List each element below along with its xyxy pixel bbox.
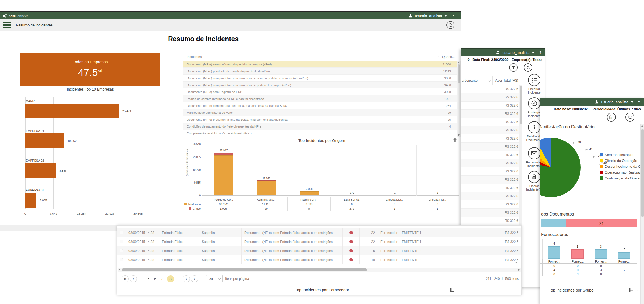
incidents-scrollbar[interactable] (457, 61, 461, 137)
valor-row[interactable]: R$ 322.6 (461, 159, 519, 167)
column-valor-total[interactable]: Valor Total (R$) (495, 78, 518, 82)
refresh-button[interactable] (625, 113, 634, 122)
bar-critico[interactable] (385, 195, 404, 195)
help-button[interactable]: ? (539, 50, 541, 55)
values-table-header[interactable]: articipante Valor Total (R$) (461, 76, 523, 85)
scroll-thumb[interactable] (520, 86, 522, 124)
calendar-button[interactable]: 31 (607, 113, 616, 122)
user-menu[interactable]: usuario_analista ? (408, 14, 454, 18)
bar-critico[interactable] (257, 180, 276, 181)
pie-legend-item[interactable]: Operação não Realizada (600, 169, 644, 175)
bar[interactable] (571, 249, 584, 259)
valor-row[interactable]: R$ 322.6 (461, 184, 519, 192)
refresh-button[interactable] (446, 21, 454, 29)
incident-row[interactable]: Pedido de compra informado na NF-e não f… (183, 95, 461, 102)
bar[interactable] (595, 249, 607, 259)
legend-series-row[interactable]: Moderado30.95211.1193.098000 (183, 202, 459, 206)
bar-critico[interactable] (214, 153, 233, 155)
incident-row[interactable]: Documento (NF-e) com produtos sem o núme… (183, 75, 461, 82)
help-button[interactable]: ? (451, 14, 454, 18)
user-menu[interactable]: usuario_analista ? (496, 50, 541, 55)
valor-row[interactable]: R$ 322.6 (461, 209, 519, 217)
action-encerrar-incidente[interactable]: EncerrarIncidente (523, 74, 545, 94)
table-row[interactable]: 03/09/2015 14:38Entrada FísicaSuspeitaDo… (117, 255, 521, 264)
bar[interactable] (618, 252, 630, 259)
menu-button[interactable] (3, 22, 11, 28)
scroll-thumb[interactable] (641, 129, 644, 217)
horizontal-scrollbar[interactable] (118, 268, 521, 272)
row-checkbox[interactable] (120, 258, 123, 261)
scroll-left-icon[interactable] (119, 269, 120, 271)
incident-row[interactable]: Documento (NF-e) presente na lista da Se… (183, 116, 461, 123)
scroll-up-icon[interactable] (641, 125, 643, 127)
export-grid-icon[interactable] (629, 288, 633, 293)
scroll-right-icon[interactable] (518, 269, 520, 271)
incident-row[interactable]: Manifestação Obrigatória de Valor29 (183, 109, 461, 116)
help-button[interactable]: ? (638, 100, 640, 104)
incident-row[interactable]: Documento (NF-e) sem o número do pedido … (183, 61, 461, 68)
legend-series-row[interactable]: Crítico1.99529027911 (183, 206, 459, 211)
window-scrollbar[interactable] (640, 124, 644, 304)
valor-row[interactable]: R$ 322.6 (461, 110, 519, 118)
next-page-button[interactable]: › (183, 275, 190, 282)
pie-legend-item[interactable]: Sem manifestação (600, 152, 644, 158)
column-participante[interactable]: articipante (462, 78, 478, 82)
incident-row[interactable]: Complemento recebido após recebimento fí… (183, 130, 461, 137)
sort-chevron-icon[interactable] (437, 55, 439, 58)
bar-moderado[interactable] (300, 191, 319, 195)
page-number[interactable]: 6 (154, 277, 156, 281)
valor-row[interactable]: R$ 322.6 (461, 143, 519, 151)
incident-row[interactable]: Documento (NF-e) com entrada eletrônica,… (183, 102, 461, 109)
page-size-select[interactable]: 30 (206, 275, 223, 282)
bar-moderado[interactable] (214, 155, 233, 195)
valor-row[interactable]: R$ 322.6 (461, 176, 519, 184)
pie-legend-item[interactable]: Desconhecimento da Operação (600, 163, 644, 169)
row-checkbox[interactable] (120, 240, 123, 243)
page-number[interactable]: 5 (148, 277, 149, 281)
valor-row[interactable]: R$ 322.6 (461, 167, 519, 176)
valor-row[interactable]: R$ 322.6 (461, 126, 519, 134)
current-page[interactable]: 8 (167, 275, 174, 282)
export-grid-icon[interactable] (453, 138, 457, 143)
valor-row[interactable]: R$ 322.6 (461, 192, 519, 200)
documents-stacked-bar[interactable]: 21 (541, 219, 637, 227)
valor-row[interactable]: R$ 322.6 (461, 151, 519, 159)
valor-row[interactable]: R$ 322.6 (461, 200, 519, 209)
row-checkbox[interactable] (120, 249, 123, 252)
page-number[interactable]: 7 (161, 277, 163, 281)
bar-critico[interactable] (428, 195, 447, 195)
refresh-button[interactable] (524, 63, 532, 72)
valor-row[interactable]: R$ 322.6 (461, 102, 519, 110)
incident-row[interactable]: Documento (NF-e) pendente de manifestaçã… (183, 68, 461, 75)
sort-chevron-icon[interactable] (488, 79, 491, 82)
bar-segment[interactable]: 21 (566, 219, 637, 227)
row-checkbox[interactable] (120, 231, 123, 234)
valor-row[interactable]: R$ 322.6 (461, 217, 519, 225)
incident-row[interactable]: Condições de pagamento do frete divergen… (183, 123, 461, 130)
table-row[interactable]: 03/09/2015 14:38Entrada FísicaSuspeitaDo… (117, 228, 521, 237)
bar[interactable] (25, 104, 119, 118)
scroll-down-icon[interactable] (458, 134, 460, 136)
bar-moderado[interactable] (257, 181, 276, 195)
export-grid-icon[interactable] (450, 288, 454, 293)
valor-row[interactable]: R$ 322.6 (461, 93, 519, 102)
bar[interactable] (25, 193, 36, 208)
scroll-down-icon[interactable] (515, 262, 517, 263)
bar-segment[interactable] (541, 219, 566, 227)
scroll-thumb[interactable] (458, 64, 460, 83)
incidents-table-header[interactable]: Incidentes Quanti... (183, 53, 461, 61)
previous-page-button[interactable]: ‹ (130, 275, 137, 282)
bar[interactable] (25, 163, 56, 178)
pie-legend-item[interactable]: Ciência da Operação (600, 158, 644, 163)
incident-row[interactable]: Documento (NF-e) sem Registro no ERP3098 (183, 88, 461, 95)
valor-row[interactable]: R$ 322.6 (461, 134, 519, 143)
scroll-thumb[interactable] (122, 268, 367, 271)
incident-row[interactable]: Documento (NF-e) com produtos sem o núme… (183, 82, 461, 88)
bar[interactable] (548, 246, 560, 259)
bar-critico[interactable] (342, 195, 362, 195)
last-page-button[interactable]: › (191, 275, 198, 282)
scroll-up-icon[interactable] (458, 62, 460, 63)
table-row[interactable]: 03/09/2015 14:38Entrada FísicaSuspeitaDo… (117, 246, 521, 255)
table-row[interactable]: 03/09/2015 14:38Entrada FísicaSuspeitaDo… (117, 237, 521, 246)
filter-button[interactable] (509, 63, 518, 72)
